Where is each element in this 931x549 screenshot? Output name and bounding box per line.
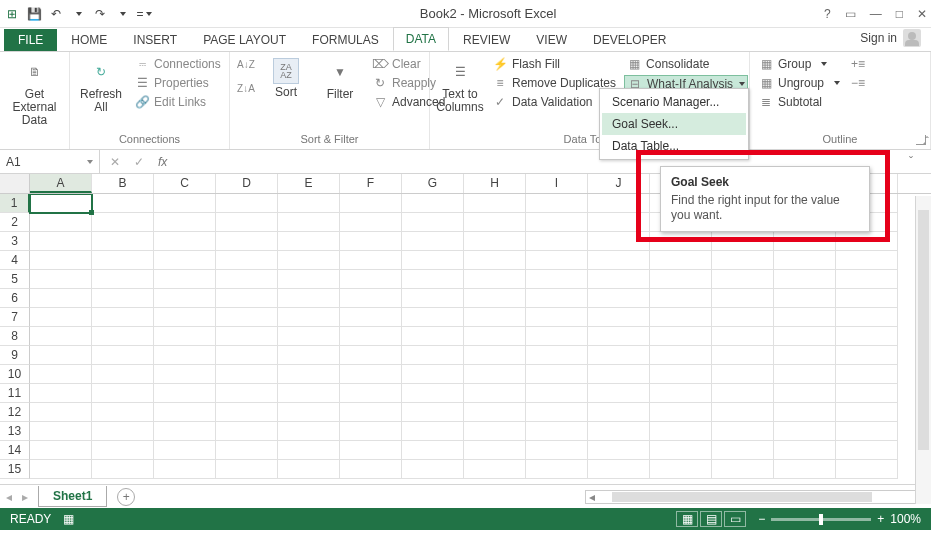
cell-H8[interactable] — [464, 327, 526, 346]
cell-I2[interactable] — [526, 213, 588, 232]
name-box[interactable]: A1 — [0, 150, 100, 173]
cell-E3[interactable] — [278, 232, 340, 251]
show-detail-button[interactable]: +≡ — [848, 56, 868, 72]
cell-N6[interactable] — [836, 289, 898, 308]
cell-G15[interactable] — [402, 460, 464, 479]
cell-F11[interactable] — [340, 384, 402, 403]
cell-D7[interactable] — [216, 308, 278, 327]
tab-insert[interactable]: INSERT — [121, 29, 189, 51]
cell-L8[interactable] — [712, 327, 774, 346]
cell-N14[interactable] — [836, 441, 898, 460]
cell-N10[interactable] — [836, 365, 898, 384]
normal-view-icon[interactable]: ▦ — [676, 511, 698, 527]
cell-H9[interactable] — [464, 346, 526, 365]
cell-I8[interactable] — [526, 327, 588, 346]
ungroup-button[interactable]: ▦Ungroup — [756, 75, 842, 91]
row-header-4[interactable]: 4 — [0, 251, 30, 270]
cell-C12[interactable] — [154, 403, 216, 422]
filter-button[interactable]: ▼ Filter — [316, 56, 364, 103]
cell-M14[interactable] — [774, 441, 836, 460]
scenario-manager-item[interactable]: Scenario Manager... — [602, 91, 746, 113]
cell-G2[interactable] — [402, 213, 464, 232]
col-header-H[interactable]: H — [464, 174, 526, 193]
cell-C5[interactable] — [154, 270, 216, 289]
cell-D15[interactable] — [216, 460, 278, 479]
save-icon[interactable]: 💾 — [26, 6, 42, 22]
cell-G10[interactable] — [402, 365, 464, 384]
cell-M15[interactable] — [774, 460, 836, 479]
zoom-control[interactable]: − + 100% — [758, 512, 921, 526]
cell-J8[interactable] — [588, 327, 650, 346]
cell-C1[interactable] — [154, 194, 216, 213]
col-header-J[interactable]: J — [588, 174, 650, 193]
cell-F4[interactable] — [340, 251, 402, 270]
redo-dropdown-icon[interactable] — [114, 6, 130, 22]
cell-L3[interactable] — [712, 232, 774, 251]
cell-D2[interactable] — [216, 213, 278, 232]
cell-G9[interactable] — [402, 346, 464, 365]
cell-D5[interactable] — [216, 270, 278, 289]
undo-icon[interactable]: ↶ — [48, 6, 64, 22]
cell-N15[interactable] — [836, 460, 898, 479]
cell-A5[interactable] — [30, 270, 92, 289]
page-layout-icon[interactable]: ▤ — [700, 511, 722, 527]
cell-L15[interactable] — [712, 460, 774, 479]
cell-H12[interactable] — [464, 403, 526, 422]
sign-in[interactable]: Sign in — [850, 25, 931, 51]
cell-D10[interactable] — [216, 365, 278, 384]
cell-M3[interactable] — [774, 232, 836, 251]
cell-G11[interactable] — [402, 384, 464, 403]
cell-C10[interactable] — [154, 365, 216, 384]
cell-I13[interactable] — [526, 422, 588, 441]
fx-icon[interactable]: fx — [158, 155, 167, 169]
tab-formulas[interactable]: FORMULAS — [300, 29, 391, 51]
cell-J7[interactable] — [588, 308, 650, 327]
cell-F5[interactable] — [340, 270, 402, 289]
row-header-1[interactable]: 1 — [0, 194, 30, 213]
cell-K13[interactable] — [650, 422, 712, 441]
cell-N3[interactable] — [836, 232, 898, 251]
cell-K11[interactable] — [650, 384, 712, 403]
enter-icon[interactable]: ✓ — [134, 155, 144, 169]
cell-E15[interactable] — [278, 460, 340, 479]
cell-J4[interactable] — [588, 251, 650, 270]
cell-B11[interactable] — [92, 384, 154, 403]
cell-J10[interactable] — [588, 365, 650, 384]
cell-A6[interactable] — [30, 289, 92, 308]
col-header-F[interactable]: F — [340, 174, 402, 193]
page-break-icon[interactable]: ▭ — [724, 511, 746, 527]
cell-N8[interactable] — [836, 327, 898, 346]
cell-I5[interactable] — [526, 270, 588, 289]
cell-H11[interactable] — [464, 384, 526, 403]
cell-C9[interactable] — [154, 346, 216, 365]
cell-F12[interactable] — [340, 403, 402, 422]
cell-B3[interactable] — [92, 232, 154, 251]
cell-B8[interactable] — [92, 327, 154, 346]
cell-A1[interactable] — [30, 194, 92, 213]
zoom-in-icon[interactable]: + — [877, 512, 884, 526]
cell-J1[interactable] — [588, 194, 650, 213]
cell-I3[interactable] — [526, 232, 588, 251]
cell-E5[interactable] — [278, 270, 340, 289]
col-header-B[interactable]: B — [92, 174, 154, 193]
cell-A15[interactable] — [30, 460, 92, 479]
cell-C6[interactable] — [154, 289, 216, 308]
connections-button[interactable]: ⎓Connections — [132, 56, 223, 72]
col-header-E[interactable]: E — [278, 174, 340, 193]
sort-asc-button[interactable]: A↓Z — [236, 56, 256, 72]
cell-I14[interactable] — [526, 441, 588, 460]
row-header-2[interactable]: 2 — [0, 213, 30, 232]
cell-F15[interactable] — [340, 460, 402, 479]
col-header-A[interactable]: A — [30, 174, 92, 193]
cell-L4[interactable] — [712, 251, 774, 270]
cell-N5[interactable] — [836, 270, 898, 289]
cell-B10[interactable] — [92, 365, 154, 384]
cell-N9[interactable] — [836, 346, 898, 365]
cell-F7[interactable] — [340, 308, 402, 327]
row-header-15[interactable]: 15 — [0, 460, 30, 479]
hide-detail-button[interactable]: −≡ — [848, 75, 868, 91]
sort-button[interactable]: ZAAZ Sort — [262, 56, 310, 101]
cell-B13[interactable] — [92, 422, 154, 441]
cell-J13[interactable] — [588, 422, 650, 441]
add-sheet-button[interactable]: + — [117, 488, 135, 506]
